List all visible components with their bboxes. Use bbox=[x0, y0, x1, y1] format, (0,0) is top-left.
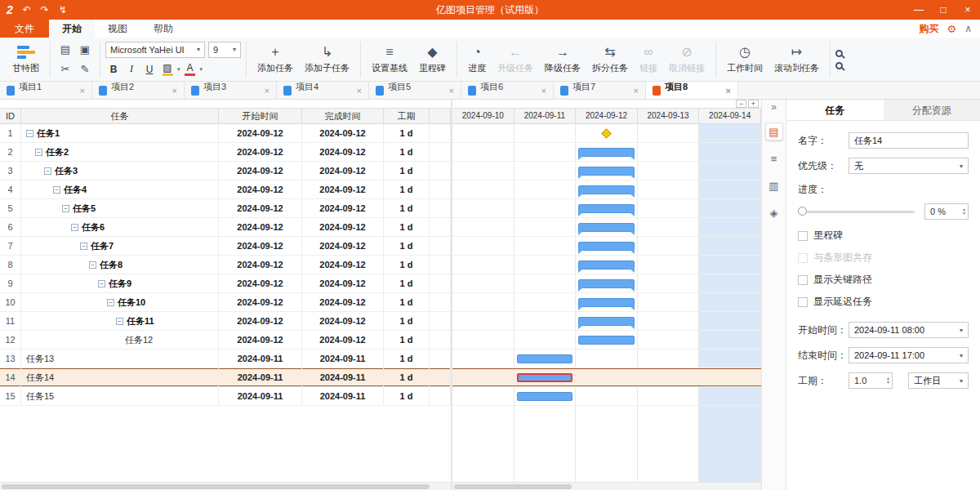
gantt-row[interactable] bbox=[452, 387, 761, 406]
table-row[interactable]: 7−任务72024-09-122024-09-121 d bbox=[0, 237, 451, 256]
progress-slider-thumb[interactable] bbox=[798, 207, 807, 216]
priority-select[interactable]: 无 ▾ bbox=[849, 158, 969, 174]
collapse-expander-icon[interactable]: − bbox=[80, 243, 87, 250]
maximize-button[interactable]: □ bbox=[931, 0, 956, 20]
checkbox[interactable] bbox=[798, 231, 808, 241]
gantt-view-button[interactable]: 甘特图 bbox=[7, 40, 45, 79]
font-color-button[interactable]: A bbox=[182, 61, 198, 78]
demote-task-button[interactable]: →降级任务 bbox=[539, 40, 586, 79]
close-tab-icon[interactable]: × bbox=[634, 86, 639, 96]
progress-button[interactable]: ◔进度 bbox=[462, 40, 492, 79]
fill-color-button[interactable]: ▨ bbox=[159, 61, 176, 78]
gantt-bar[interactable] bbox=[578, 148, 635, 157]
table-row[interactable]: 4−任务42024-09-122024-09-121 d bbox=[0, 180, 451, 199]
table-row[interactable]: 11−任务112024-09-122024-09-121 d bbox=[0, 312, 451, 331]
table-row[interactable]: 9−任务92024-09-122024-09-121 d bbox=[0, 274, 451, 293]
gantt-bar[interactable] bbox=[578, 223, 635, 232]
project-tab[interactable]: 项目2× bbox=[92, 82, 185, 99]
find-task-button[interactable] bbox=[835, 62, 843, 69]
finish-time-select[interactable]: 2024-09-11 17:00 ▾ bbox=[849, 347, 969, 363]
scrollbar-thumb[interactable] bbox=[454, 484, 572, 489]
table-row[interactable]: 5−任务52024-09-122024-09-121 d bbox=[0, 199, 451, 218]
gantt-row[interactable] bbox=[452, 331, 761, 350]
menu-tab-help[interactable]: 帮助 bbox=[140, 20, 186, 38]
paste-button[interactable]: ▤ bbox=[56, 40, 75, 60]
gantt-bar[interactable] bbox=[578, 317, 635, 326]
split-task-button[interactable]: ⇆拆分任务 bbox=[586, 40, 634, 79]
minimize-button[interactable]: — bbox=[906, 0, 931, 20]
gantt-bar[interactable] bbox=[578, 167, 635, 176]
table-row[interactable]: 6−任务62024-09-122024-09-121 d bbox=[0, 218, 451, 237]
progress-slider[interactable] bbox=[798, 211, 915, 213]
table-row[interactable]: 12任务122024-09-122024-09-121 d bbox=[0, 331, 451, 350]
collapse-expander-icon[interactable]: − bbox=[98, 280, 105, 287]
collapse-expander-icon[interactable]: − bbox=[26, 130, 33, 137]
font-family-select[interactable]: Microsoft YaHei UI ▾ bbox=[105, 42, 205, 58]
gantt-row[interactable] bbox=[452, 368, 761, 387]
gantt-row[interactable] bbox=[452, 350, 761, 368]
gantt-row[interactable] bbox=[452, 237, 761, 256]
close-tab-icon[interactable]: × bbox=[449, 86, 454, 96]
gantt-bar[interactable] bbox=[578, 242, 635, 251]
collapse-panel-icon[interactable]: » bbox=[771, 101, 777, 113]
collapse-expander-icon[interactable]: − bbox=[62, 205, 69, 212]
close-tab-icon[interactable]: × bbox=[80, 86, 85, 96]
duration-spinner[interactable]: 1.0 ▴ ▾ bbox=[849, 372, 893, 389]
font-size-select[interactable]: 9 ▾ bbox=[208, 42, 241, 58]
table-row[interactable]: 8−任务82024-09-122024-09-121 d bbox=[0, 256, 451, 274]
project-tab[interactable]: 项目5× bbox=[369, 82, 461, 99]
project-tab[interactable]: 项目3× bbox=[185, 82, 277, 99]
progress-spinner[interactable]: 0 % ▴ ▾ bbox=[924, 203, 969, 220]
table-row[interactable]: 3−任务32024-09-122024-09-121 d bbox=[0, 162, 451, 180]
checkbox[interactable] bbox=[798, 275, 808, 285]
tab-task[interactable]: 任务 bbox=[786, 100, 884, 120]
close-tab-icon[interactable]: × bbox=[357, 86, 362, 96]
gantt-bar[interactable] bbox=[578, 204, 635, 213]
gantt-row[interactable] bbox=[452, 143, 761, 162]
close-tab-icon[interactable]: × bbox=[726, 86, 731, 96]
style-panel-icon[interactable]: ◈ bbox=[765, 203, 783, 221]
gantt-row[interactable] bbox=[452, 274, 761, 293]
scrollbar-thumb[interactable] bbox=[2, 484, 430, 489]
table-row[interactable]: 2−任务22024-09-122024-09-121 d bbox=[0, 143, 451, 162]
set-baseline-button[interactable]: ≡设置基线 bbox=[366, 40, 413, 79]
task-name-input[interactable]: 任务14 bbox=[849, 132, 969, 149]
collapse-expander-icon[interactable]: − bbox=[89, 261, 96, 269]
gantt-row[interactable] bbox=[452, 256, 761, 274]
gantt-bar[interactable] bbox=[578, 298, 635, 307]
gantt-bar[interactable] bbox=[578, 336, 635, 345]
scroll-to-task-button[interactable]: ↦滚动到任务 bbox=[768, 40, 825, 79]
gantt-row[interactable] bbox=[452, 124, 761, 143]
table-row[interactable]: 15任务152024-09-112024-09-111 d bbox=[0, 387, 451, 406]
menu-tab-view[interactable]: 视图 bbox=[95, 20, 140, 38]
table-row[interactable]: 10−任务102024-09-122024-09-121 d bbox=[0, 293, 451, 312]
gear-icon[interactable]: ⚙ bbox=[947, 23, 957, 35]
gantt-row[interactable] bbox=[452, 293, 761, 312]
gantt-bar[interactable] bbox=[517, 392, 573, 401]
zoom-out-button[interactable]: − bbox=[736, 100, 746, 108]
project-tab[interactable]: 项目7× bbox=[554, 82, 646, 99]
add-task-button[interactable]: +添加任务 bbox=[252, 40, 299, 79]
project-tab[interactable]: 项目6× bbox=[461, 82, 554, 99]
zoom-in-button[interactable]: + bbox=[748, 100, 759, 108]
tab-assign-resources[interactable]: 分配资源 bbox=[884, 100, 980, 120]
collapse-expander-icon[interactable]: − bbox=[44, 167, 51, 175]
close-tab-icon[interactable]: × bbox=[541, 86, 546, 96]
milestone-diamond-icon[interactable] bbox=[601, 128, 612, 139]
bold-button[interactable]: B bbox=[105, 61, 122, 78]
add-subtask-button[interactable]: ↳添加子任务 bbox=[299, 40, 355, 79]
gantt-horizontal-scrollbar[interactable] bbox=[452, 482, 761, 490]
task-form-panel-icon[interactable]: ▤ bbox=[765, 122, 783, 140]
collapse-ribbon-icon[interactable]: ∧ bbox=[964, 23, 972, 34]
table-horizontal-scrollbar[interactable] bbox=[0, 482, 451, 490]
copy-button[interactable]: ▣ bbox=[75, 40, 95, 60]
menu-tab-file[interactable]: 文件 bbox=[0, 20, 49, 38]
chevron-down-icon[interactable]: ▾ bbox=[200, 66, 203, 73]
close-tab-icon[interactable]: × bbox=[172, 86, 177, 96]
close-tab-icon[interactable]: × bbox=[265, 86, 270, 96]
outline-panel-icon[interactable]: ≡ bbox=[765, 149, 783, 167]
table-row[interactable]: 14任务142024-09-112024-09-111 d bbox=[0, 368, 451, 387]
milestone-button[interactable]: ◆里程碑 bbox=[413, 40, 452, 79]
project-tab[interactable]: 项目4× bbox=[277, 82, 369, 99]
duration-unit-select[interactable]: 工作日 ▾ bbox=[908, 372, 969, 389]
